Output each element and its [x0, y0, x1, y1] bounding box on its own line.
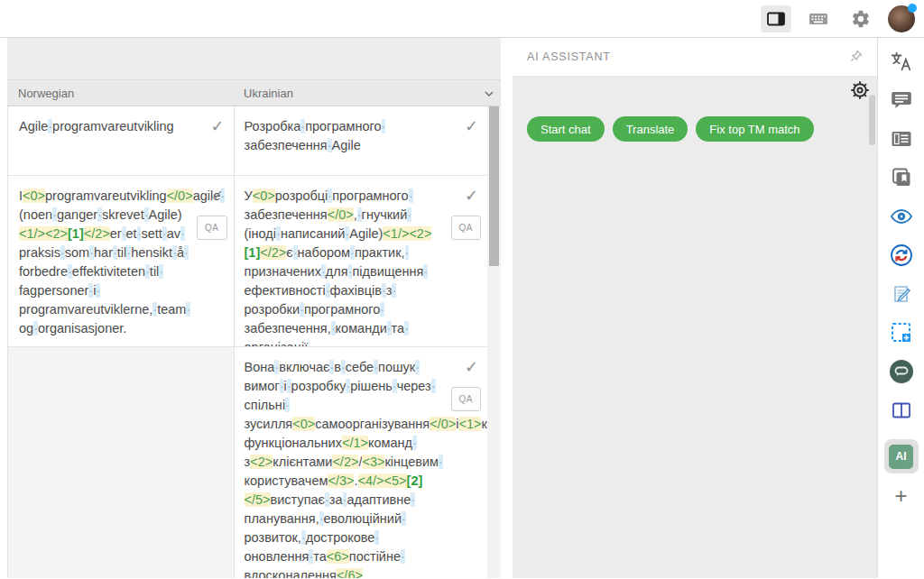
pin-icon[interactable]: [848, 48, 864, 67]
reference-books-icon[interactable]: [889, 166, 914, 189]
source-cell-2[interactable]: I<0>programvareutvikling</0>agile·(noen·…: [8, 176, 235, 346]
keyboard-icon: [808, 12, 828, 26]
confirmed-check-icon: ✓: [210, 187, 224, 206]
target-text-2: У<0>розробці·програмного·забезпечення</0…: [245, 188, 432, 346]
source-text-2: I<0>programvareutvikling</0>agile·(noen·…: [19, 188, 225, 335]
editor-scrollbar[interactable]: [487, 106, 501, 578]
segment-row-1: Agile·programvareutvikling ✓ Розробка·пр…: [8, 106, 487, 176]
topbar: [0, 0, 924, 38]
start-chat-button[interactable]: Start chat: [527, 116, 605, 142]
screenshot-capture-icon[interactable]: [889, 321, 914, 345]
target-column-header: Ukrainian: [234, 87, 293, 100]
ai-quick-actions: Start chat Translate Fix top TM match: [527, 116, 814, 142]
editor-scrollbar-thumb[interactable]: [489, 106, 499, 266]
document-card-icon[interactable]: [889, 127, 914, 151]
comments-icon[interactable]: [889, 88, 914, 112]
source-cell-1[interactable]: Agile·programvareutvikling ✓: [8, 106, 235, 175]
notification-dot: [908, 4, 917, 13]
ai-panel-body: Start chat Translate Fix top TM match: [513, 77, 877, 578]
settings-button[interactable]: [845, 5, 876, 32]
ai-assistant-badge: AI: [889, 445, 913, 469]
source-text-1: Agile·programvareutvikling: [19, 119, 174, 133]
confirmed-check-icon: ✓: [465, 187, 478, 206]
main-area: Norwegian Ukrainian Agile·programvareutv…: [0, 38, 924, 578]
keyboard-button[interactable]: [803, 5, 834, 32]
ai-panel-title: AI ASSISTANT: [527, 51, 611, 63]
target-cell-3[interactable]: Вона·включає·в·себе·пошук·вимог·і·розроб…: [235, 347, 487, 578]
target-cell-2[interactable]: У<0>розробці·програмного·забезпечення</0…: [235, 176, 487, 346]
confirmed-check-icon: ✓: [465, 117, 478, 136]
preview-eye-icon[interactable]: [889, 205, 914, 228]
qa-badge[interactable]: QA: [451, 387, 481, 411]
side-panel-toggle-button[interactable]: [761, 5, 791, 32]
target-cell-1[interactable]: Розробка·програмного·забезпечення·Agile …: [235, 106, 487, 175]
source-cell-3-empty[interactable]: [8, 347, 235, 578]
columns-layout-icon[interactable]: [889, 399, 914, 422]
panel-gap: [501, 38, 513, 578]
add-plus-icon[interactable]: +: [889, 484, 914, 508]
user-avatar[interactable]: [888, 5, 915, 32]
language-icon[interactable]: [889, 50, 914, 73]
confirmed-check-icon: ✓: [210, 117, 224, 136]
editor-toolbar-strip: [7, 38, 501, 79]
notes-edit-icon[interactable]: [889, 282, 914, 306]
ai-assistant-panel: AI ASSISTANT Start chat Translate Fix to: [513, 38, 877, 578]
ai-panel-header: AI ASSISTANT: [513, 38, 877, 77]
segment-row-2: I<0>programvareutvikling</0>agile·(noen·…: [8, 176, 487, 347]
chat-bubble-icon[interactable]: [889, 360, 914, 383]
target-text-1: Розробка·програмного·забезпечення·Agile: [245, 119, 386, 152]
right-sidebar: AI +: [877, 38, 924, 578]
ai-assistant-icon[interactable]: AI: [884, 439, 919, 473]
revision-sync-icon[interactable]: [889, 244, 914, 267]
translation-editor: Norwegian Ukrainian Agile·programvareutv…: [0, 38, 501, 578]
fix-top-tm-match-button[interactable]: Fix top TM match: [696, 116, 813, 142]
qa-badge[interactable]: QA: [451, 216, 481, 240]
gear-icon: [851, 9, 871, 29]
segment-rows: Agile·programvareutvikling ✓ Розробка·пр…: [7, 106, 487, 578]
chevron-down-icon[interactable]: [482, 87, 496, 104]
grid-header: Norwegian Ukrainian: [7, 79, 501, 106]
qa-badge[interactable]: QA: [197, 216, 226, 240]
side-panel-icon: [766, 11, 786, 27]
confirmed-check-icon: ✓: [465, 358, 478, 377]
translate-button[interactable]: Translate: [613, 116, 688, 142]
ai-panel-scrollbar-thumb[interactable]: [869, 95, 875, 145]
source-column-header: Norwegian: [7, 87, 234, 100]
segment-row-3: Вона·включає·в·себе·пошук·вимог·і·розроб…: [8, 347, 487, 578]
